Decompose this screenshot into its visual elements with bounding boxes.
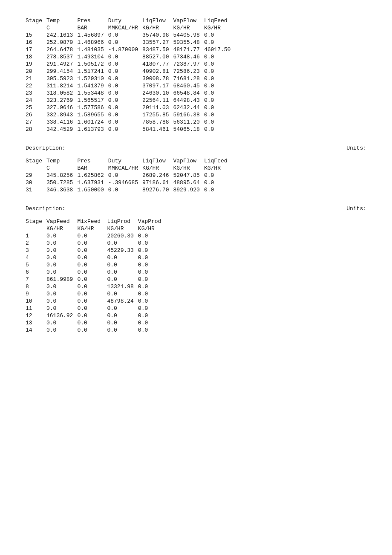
- table-row: 23318.05821.5534480.024630.1066548.840.0: [26, 90, 235, 97]
- table-row: 27338.41161.6017240.07858.78856311.200.0: [26, 119, 235, 126]
- table-cell: 332.8943: [46, 111, 77, 119]
- table-cell: 0.0: [46, 290, 77, 298]
- table-cell: 72387.97: [173, 61, 204, 68]
- table-cell: 0.0: [77, 261, 107, 269]
- table-cell: 0.0: [108, 186, 142, 194]
- table-cell: 0.0: [46, 269, 77, 276]
- col-header: Stage: [26, 218, 46, 225]
- table-cell: 345.8256: [46, 172, 77, 179]
- table-cell: 71681.28: [173, 75, 204, 82]
- col-unit: KG/HR: [173, 165, 204, 172]
- table-cell: 17: [26, 46, 46, 53]
- table-cell: 0.0: [138, 276, 168, 283]
- col-unit: KG/HR: [142, 165, 173, 172]
- table-cell: 0.0: [77, 327, 107, 334]
- table-cell: 1.529310: [77, 75, 108, 82]
- table-cell: 0.0: [46, 319, 77, 327]
- table-cell: 62432.44: [173, 104, 204, 111]
- table-cell: 346.3638: [46, 186, 77, 194]
- table-cell: 0.0: [77, 298, 107, 305]
- table-row: 40.00.00.00.0: [26, 254, 168, 261]
- table-row: 110.00.00.00.0: [26, 305, 168, 312]
- table-cell: 278.8537: [46, 53, 77, 61]
- table-cell: 30: [26, 179, 46, 186]
- table-cell: 0.0: [204, 179, 234, 186]
- table-cell: 0.0: [107, 261, 138, 269]
- table-cell: 40902.81: [142, 68, 173, 75]
- table-cell: 299.4154: [46, 68, 77, 75]
- section2: StageTempPresDutyLiqFlowVapFlowLiqFeed C…: [26, 157, 366, 194]
- table3: StageVapFeedMixFeedLiqProdVapProd KG/HRK…: [26, 218, 168, 334]
- table-cell: 0.0: [138, 232, 168, 240]
- table-cell: 13321.98: [107, 283, 138, 290]
- table-cell: 1.625862: [77, 172, 108, 179]
- col-unit: [26, 225, 46, 232]
- table-cell: 0.0: [77, 283, 107, 290]
- table-cell: 0.0: [77, 319, 107, 327]
- table-cell: 1.589655: [77, 111, 108, 119]
- table-cell: 5: [26, 261, 46, 269]
- table-cell: 0.0: [204, 119, 235, 126]
- table-cell: 66548.84: [173, 90, 204, 97]
- table-cell: 33557.27: [142, 39, 173, 46]
- units2-label: Units:: [346, 205, 366, 212]
- table-cell: 21: [26, 75, 46, 82]
- table-cell: 8: [26, 283, 46, 290]
- col-unit: [26, 165, 46, 172]
- table-cell: 23: [26, 90, 46, 97]
- table-cell: 0.0: [204, 90, 235, 97]
- col-header: Duty: [108, 157, 142, 165]
- description2-row: Description: Units:: [26, 205, 366, 212]
- table-row: 7861.99890.00.00.0: [26, 276, 168, 283]
- table-cell: 0.0: [108, 68, 142, 75]
- table-cell: 0.0: [77, 269, 107, 276]
- table-cell: 0.0: [138, 305, 168, 312]
- col-header: LiqProd: [107, 218, 138, 225]
- table-row: 90.00.00.00.0: [26, 290, 168, 298]
- table-cell: 1.517241: [77, 68, 108, 75]
- table-cell: 12: [26, 312, 46, 319]
- table-cell: 0.0: [107, 290, 138, 298]
- table-cell: 26: [26, 111, 46, 119]
- table-cell: 52047.85: [173, 172, 204, 179]
- table-cell: 0.0: [108, 111, 142, 119]
- table-cell: 13: [26, 319, 46, 327]
- table2: StageTempPresDutyLiqFlowVapFlowLiqFeed C…: [26, 157, 234, 194]
- table-row: 100.00.048798.240.0: [26, 298, 168, 305]
- table-row: 15242.16131.4568970.035740.9854405.980.0: [26, 32, 235, 39]
- col-header: VapFeed: [46, 218, 77, 225]
- table-cell: 1.493104: [77, 53, 108, 61]
- units1-label: Units:: [346, 145, 366, 151]
- table-cell: 22564.11: [142, 97, 173, 104]
- table-cell: 7: [26, 276, 46, 283]
- table-cell: 0.0: [46, 261, 77, 269]
- col-unit: BAR: [77, 24, 108, 32]
- table-row: 30350.72851.637931-.394668597186.6148895…: [26, 179, 234, 186]
- table-cell: 0.0: [77, 254, 107, 261]
- table-cell: 305.5923: [46, 75, 77, 82]
- table-cell: 0.0: [138, 312, 168, 319]
- table-cell: 0.0: [107, 240, 138, 247]
- table-cell: 0.0: [204, 104, 235, 111]
- table-cell: 39008.78: [142, 75, 173, 82]
- table-cell: 56311.20: [173, 119, 204, 126]
- table-cell: 5841.461: [142, 126, 173, 133]
- table-cell: 0.0: [204, 186, 234, 194]
- table-cell: 0.0: [108, 53, 142, 61]
- table-cell: 327.9646: [46, 104, 77, 111]
- table-cell: 0.0: [107, 327, 138, 334]
- table-row: 31346.36381.6500000.089276.708929.9200.0: [26, 186, 234, 194]
- col-unit: MMKCAL/HR: [108, 24, 142, 32]
- table-cell: 68460.45: [173, 82, 204, 90]
- table-cell: 0.0: [204, 172, 234, 179]
- table-cell: 18: [26, 53, 46, 61]
- table-cell: 97186.61: [142, 179, 173, 186]
- table-cell: 0.0: [108, 104, 142, 111]
- table-row: 24323.27691.5655170.022564.1164498.430.0: [26, 97, 235, 104]
- table-cell: 1.565517: [77, 97, 108, 104]
- table-cell: 20260.30: [107, 232, 138, 240]
- col-header: Stage: [26, 157, 46, 165]
- col-unit: KG/HR: [142, 24, 173, 32]
- description2-label: Description:: [26, 205, 66, 212]
- table-cell: 83487.50: [142, 46, 173, 53]
